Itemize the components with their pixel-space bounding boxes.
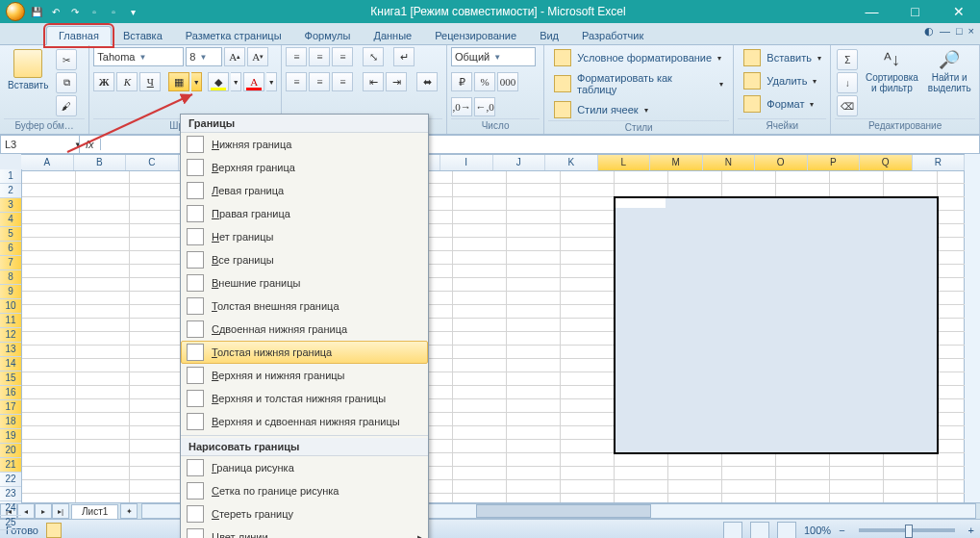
border-menu-item[interactable]: Нет границы [181,225,428,248]
redo-icon[interactable]: ↷ [67,4,83,19]
align-left-icon[interactable]: ≡ [286,72,307,91]
align-bottom-icon[interactable]: ≡ [332,47,353,66]
row-header[interactable]: 22 [0,473,21,487]
delete-cells-button[interactable]: Удалить▾ [738,70,822,91]
tab-developer[interactable]: Разработчик [570,27,655,44]
border-menu-item[interactable]: Внешние границы [181,271,428,295]
clear-icon[interactable]: ⌫ [837,95,858,116]
borders-dropdown[interactable]: ▼ [191,72,202,91]
row-header[interactable]: 23 [0,487,21,501]
column-header[interactable]: Q [860,155,913,170]
bold-button[interactable]: Ж [93,72,114,91]
comma-icon[interactable]: 000 [497,72,518,91]
underline-button[interactable]: Ч [139,72,161,91]
column-header[interactable]: K [545,155,598,170]
zoom-in-button[interactable]: + [968,525,974,536]
qat-icon[interactable]: ▫ [87,4,102,19]
decrease-decimal-icon[interactable]: ←,0 [474,97,495,116]
column-header[interactable]: M [650,155,703,170]
row-header[interactable]: 13 [0,343,21,357]
border-menu-item[interactable]: Все границы [181,248,428,271]
fx-icon[interactable]: fx [80,139,101,150]
format-painter-icon[interactable]: 🖌 [56,95,77,116]
normal-view-icon[interactable] [723,522,742,538]
grow-font-icon[interactable]: A▴ [224,47,245,66]
mdi-max-icon[interactable]: □ [956,25,963,38]
border-draw-item[interactable]: Цвет линии▸ [181,525,428,538]
column-header[interactable]: B [74,155,127,170]
insert-cells-button[interactable]: Вставить▾ [738,47,827,68]
border-menu-item[interactable]: Верхняя и нижняя границы [181,364,428,387]
align-center-icon[interactable]: ≡ [309,72,330,91]
column-header[interactable]: O [755,155,808,170]
column-header[interactable]: A [21,155,74,170]
sort-filter-button[interactable]: ᴬ↓ Сортировка и фильтр [862,47,921,95]
row-headers[interactable]: 1234567891011121314151617181920212223242… [0,169,22,503]
page-break-view-icon[interactable] [777,522,796,538]
percent-icon[interactable]: % [474,72,495,91]
column-header[interactable]: L [598,155,651,170]
sheet-nav-last-icon[interactable]: ▸| [52,503,69,519]
fill-color-dropdown[interactable]: ▼ [231,72,241,91]
italic-button[interactable]: К [116,72,138,91]
column-header[interactable]: N [703,155,756,170]
decrease-indent-icon[interactable]: ⇤ [363,72,384,91]
minimize-button[interactable]: — [850,0,893,23]
format-cells-button[interactable]: Формат▾ [738,93,819,115]
save-icon[interactable]: 💾 [29,4,44,19]
row-header[interactable]: 8 [0,270,21,285]
close-button[interactable]: ✕ [937,0,980,23]
column-headers[interactable]: ABCDEFGHIJKLMNOPQR [21,154,965,171]
tab-formulas[interactable]: Формулы [293,27,363,44]
border-draw-item[interactable]: Сетка по границе рисунка [181,479,428,502]
autosum-icon[interactable]: Σ [837,49,858,70]
borders-button[interactable]: ▦ [168,72,189,91]
row-header[interactable]: 10 [0,299,21,314]
font-name-combo[interactable]: Tahoma▼ [93,47,184,66]
border-menu-item[interactable]: Левая граница [181,179,428,202]
row-header[interactable]: 6 [0,242,21,256]
border-draw-item[interactable]: Стереть границу [181,502,428,525]
row-header[interactable]: 19 [0,429,21,444]
row-header[interactable]: 7 [0,256,21,270]
row-header[interactable]: 5 [0,227,21,242]
row-header[interactable]: 25 [0,516,21,530]
fill-icon[interactable]: ↓ [837,72,858,93]
row-header[interactable]: 21 [0,458,21,473]
row-header[interactable]: 9 [0,285,21,299]
active-cell[interactable] [616,198,666,208]
mdi-close-icon[interactable]: × [968,25,974,38]
shrink-font-icon[interactable]: A▾ [247,47,268,66]
border-menu-item[interactable]: Верхняя и сдвоенная нижняя границы [181,410,428,433]
qat-dropdown-icon[interactable]: ▾ [125,4,140,19]
border-menu-item[interactable]: Верхняя граница [181,156,428,179]
border-menu-item[interactable]: Толстая внешняя граница [181,295,428,318]
column-header[interactable]: R [913,155,966,170]
cell-styles-button[interactable]: Стили ячеек▾ [548,99,653,120]
align-middle-icon[interactable]: ≡ [309,47,330,66]
cell-grid[interactable] [21,169,965,503]
office-button[interactable] [6,2,25,21]
conditional-formatting-button[interactable]: Условное форматирование▾ [548,47,727,68]
undo-icon[interactable]: ↶ [48,4,63,19]
border-menu-item[interactable]: Нижняя граница [181,133,428,156]
mdi-min-icon[interactable]: — [940,25,950,38]
column-header[interactable]: J [493,155,546,170]
column-header[interactable]: P [808,155,861,170]
row-header[interactable]: 2 [0,184,21,198]
border-draw-item[interactable]: Граница рисунка [181,456,428,479]
vertical-scrollbar[interactable] [964,154,980,503]
font-color-dropdown[interactable]: ▼ [266,72,277,91]
row-header[interactable]: 15 [0,371,21,386]
row-header[interactable]: 18 [0,415,21,429]
qat-icon[interactable]: ▫ [106,4,121,19]
new-sheet-icon[interactable]: ✦ [120,503,138,519]
name-box[interactable]: L3▼ [0,135,87,154]
align-right-icon[interactable]: ≡ [332,72,353,91]
tab-home[interactable]: Главная [46,26,112,45]
increase-indent-icon[interactable]: ⇥ [386,72,407,91]
tab-page-layout[interactable]: Разметка страницы [174,27,293,44]
tab-data[interactable]: Данные [362,27,423,44]
border-menu-item[interactable]: Сдвоенная нижняя граница [181,318,428,341]
font-color-button[interactable]: A [243,72,264,91]
